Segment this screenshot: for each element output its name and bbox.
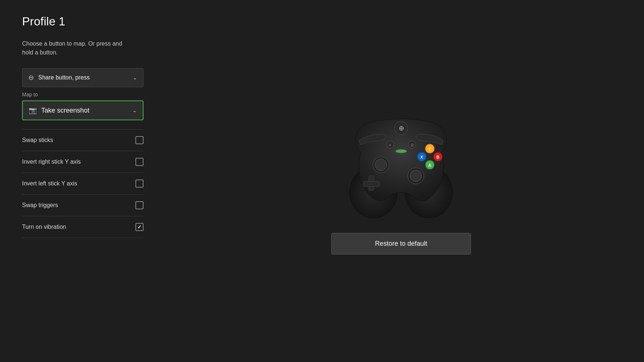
swap-sticks-label: Swap sticks — [22, 137, 53, 143]
controller-image: ⊕ ≡ ☰ A — [331, 108, 471, 218]
svg-point-8 — [396, 149, 407, 153]
invert-right-stick-row[interactable]: Invert right stick Y axis — [22, 151, 144, 173]
share-icon: ⊖ — [28, 74, 34, 82]
invert-left-stick-checkbox[interactable] — [135, 180, 144, 188]
swap-sticks-checkbox[interactable] — [135, 136, 144, 144]
swap-sticks-row[interactable]: Swap sticks — [22, 129, 144, 151]
svg-point-10 — [375, 159, 387, 171]
right-panel: ⊕ ≡ ☰ A — [180, 15, 622, 347]
svg-text:⊕: ⊕ — [399, 125, 404, 132]
map-to-dropdown[interactable]: 📷 Take screenshot ⌄ — [22, 100, 144, 120]
instruction-text: Choose a button to map. Or press and hol… — [22, 39, 132, 57]
svg-text:B: B — [436, 155, 439, 159]
map-to-value: Take screenshot — [41, 107, 89, 114]
swap-triggers-checkbox[interactable] — [135, 201, 144, 209]
share-button-label: Share button, press — [38, 74, 90, 81]
svg-point-14 — [410, 170, 422, 182]
page-title: Profile 1 — [22, 15, 180, 28]
svg-text:Y: Y — [428, 147, 431, 151]
svg-text:≡: ≡ — [389, 143, 391, 147]
swap-triggers-row[interactable]: Swap triggers — [22, 194, 144, 216]
restore-to-default-button[interactable]: Restore to default — [331, 233, 471, 255]
share-button-dropdown[interactable]: ⊖ Share button, press ⌄ — [22, 68, 144, 87]
svg-text:A: A — [428, 163, 431, 167]
turn-on-vibration-row[interactable]: Turn on vibration — [22, 216, 144, 238]
svg-text:X: X — [420, 155, 423, 159]
turn-on-vibration-checkbox[interactable] — [135, 223, 144, 231]
chevron-down-icon-2: ⌄ — [132, 107, 137, 113]
invert-left-stick-label: Invert left stick Y axis — [22, 180, 77, 187]
turn-on-vibration-label: Turn on vibration — [22, 224, 66, 230]
invert-right-stick-label: Invert right stick Y axis — [22, 159, 81, 165]
map-to-label: Map to — [22, 92, 180, 97]
chevron-down-icon: ⌄ — [133, 75, 137, 81]
svg-rect-12 — [363, 181, 379, 187]
invert-right-stick-checkbox[interactable] — [135, 158, 144, 166]
svg-text:☰: ☰ — [411, 143, 414, 147]
invert-left-stick-row[interactable]: Invert left stick Y axis — [22, 173, 144, 194]
checkboxes-section: Swap sticks Invert right stick Y axis In… — [22, 129, 144, 238]
swap-triggers-label: Swap triggers — [22, 202, 58, 209]
left-panel: Profile 1 Choose a button to map. Or pre… — [22, 15, 180, 347]
camera-icon: 📷 — [29, 106, 37, 114]
page-container: Profile 1 Choose a button to map. Or pre… — [0, 0, 644, 362]
